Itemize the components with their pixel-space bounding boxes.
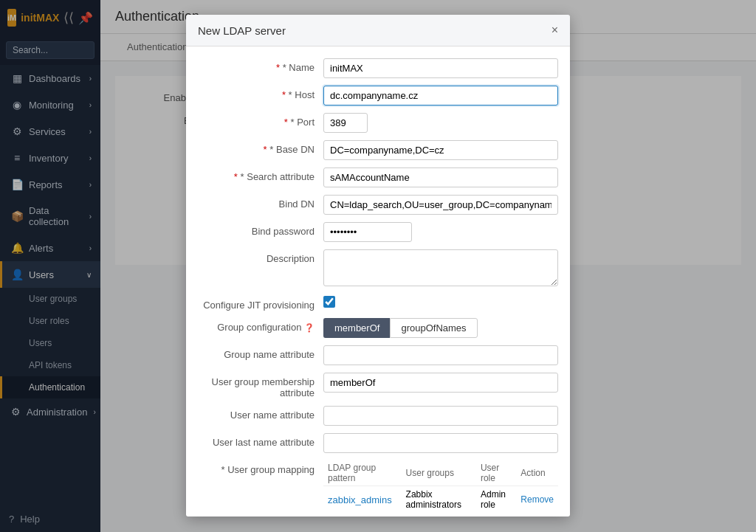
add-mapping-link[interactable]: Add (328, 516, 345, 517)
base-dn-input[interactable] (323, 140, 558, 160)
port-input[interactable] (323, 113, 368, 133)
group-name-attr-input[interactable] (323, 345, 558, 365)
description-label: Description (198, 249, 323, 264)
bind-password-label: Bind password (198, 222, 323, 237)
table-row: zabbix_admins Zabbix administrators Admi… (323, 486, 558, 514)
search-attr-row: * * Search attribute (198, 167, 558, 187)
user-last-name-label: User last name attribute (198, 433, 323, 448)
description-field (323, 249, 558, 289)
name-row: * * Name (198, 58, 558, 78)
bind-password-row: Bind password (198, 222, 558, 242)
user-last-name-row: User last name attribute (198, 433, 558, 453)
search-attr-field (323, 167, 558, 187)
ldap-pattern-cell: zabbix_admins (323, 486, 402, 514)
remove-mapping-link[interactable]: Remove (520, 494, 554, 505)
port-label: * * Port (198, 113, 323, 128)
description-textarea[interactable] (323, 249, 558, 286)
close-icon[interactable]: × (551, 24, 558, 37)
bind-dn-field (323, 195, 558, 215)
name-field (323, 58, 558, 78)
host-input[interactable] (323, 86, 558, 106)
action-cell: Remove (516, 486, 558, 514)
ldap-server-modal: New LDAP server × * * Name * * Host (186, 15, 570, 517)
user-group-membership-field (323, 373, 558, 393)
user-name-attr-input[interactable] (323, 406, 558, 426)
configure-jit-checkbox[interactable] (323, 296, 335, 308)
description-row: Description (198, 249, 558, 289)
group-config-row: Group configuration ❓ memberOf groupOfNa… (198, 318, 558, 338)
modal-title: New LDAP server (198, 24, 286, 37)
port-row: * * Port (198, 113, 558, 133)
host-row: * * Host (198, 86, 558, 106)
base-dn-label: * * Base DN (198, 140, 323, 155)
bind-dn-input[interactable] (323, 195, 558, 215)
user-last-name-input[interactable] (323, 433, 558, 453)
bind-password-input[interactable] (323, 222, 412, 242)
host-label: * * Host (198, 86, 323, 100)
name-input[interactable] (323, 58, 558, 78)
group-config-groupofnames-btn[interactable]: groupOfNames (390, 318, 477, 338)
search-attr-label: * * Search attribute (198, 167, 323, 182)
name-label: * * Name (198, 58, 323, 73)
user-group-membership-input[interactable] (323, 373, 558, 393)
group-config-buttons: memberOf groupOfNames (323, 318, 558, 338)
configure-jit-label: Configure JIT provisioning (198, 296, 323, 311)
user-group-mapping-label: * User group mapping (198, 460, 323, 475)
group-config-label: Group configuration ❓ (198, 318, 323, 333)
port-field (323, 113, 558, 133)
base-dn-row: * * Base DN (198, 140, 558, 160)
user-groups-cell: Zabbix administrators (402, 486, 476, 514)
user-name-attr-field (323, 406, 558, 426)
bind-password-field (323, 222, 558, 242)
col-ldap-pattern: LDAP group pattern (323, 460, 402, 486)
user-group-mapping-table: LDAP group pattern User groups User role… (323, 460, 558, 517)
user-role-cell: Admin role (476, 486, 516, 514)
bind-dn-label: Bind DN (198, 195, 323, 210)
user-group-membership-row: User group membership attribute (198, 373, 558, 398)
user-name-attr-row: User name attribute (198, 406, 558, 426)
user-name-attr-label: User name attribute (198, 406, 323, 421)
col-user-groups: User groups (402, 460, 476, 486)
group-config-field: memberOf groupOfNames (323, 318, 558, 338)
modal-header: New LDAP server × (186, 15, 570, 46)
col-action: Action (516, 460, 558, 486)
configure-jit-row: Configure JIT provisioning (198, 296, 558, 311)
modal-body: * * Name * * Host * * Port (186, 46, 570, 517)
group-name-attr-row: Group name attribute (198, 345, 558, 365)
group-name-attr-label: Group name attribute (198, 345, 323, 360)
ldap-pattern-link[interactable]: zabbix_admins (328, 494, 392, 505)
search-attr-input[interactable] (323, 167, 558, 187)
user-group-mapping-field: LDAP group pattern User groups User role… (323, 460, 558, 517)
group-config-memberof-btn[interactable]: memberOf (323, 318, 390, 338)
col-user-role: User role (476, 460, 516, 486)
bind-dn-row: Bind DN (198, 195, 558, 215)
user-group-membership-label: User group membership attribute (198, 373, 323, 398)
modal-overlay: New LDAP server × * * Name * * Host (0, 0, 756, 532)
group-config-help-icon: ❓ (304, 323, 315, 332)
host-field (323, 86, 558, 106)
group-name-attr-field (323, 345, 558, 365)
table-row: Add (323, 513, 558, 517)
base-dn-field (323, 140, 558, 160)
user-group-mapping-row: * User group mapping LDAP group pattern … (198, 460, 558, 517)
configure-jit-field (323, 296, 558, 310)
user-last-name-field (323, 433, 558, 453)
